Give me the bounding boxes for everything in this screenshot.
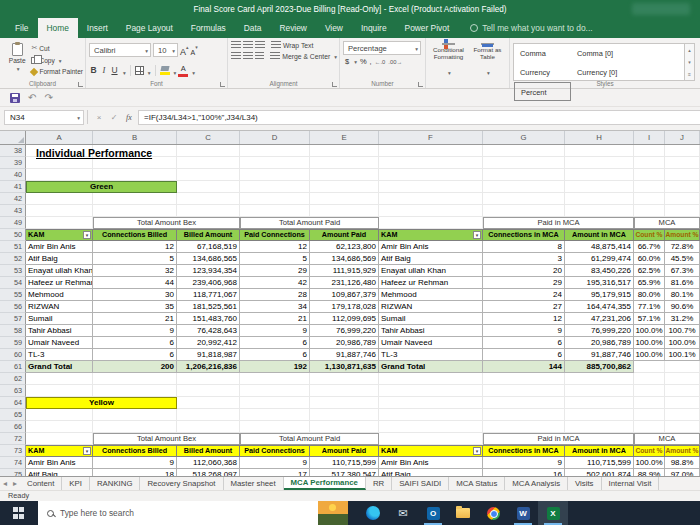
weather-widget[interactable] [318,501,348,525]
borders-button[interactable] [135,66,144,75]
cell-I65[interactable] [634,409,665,421]
column-header-D[interactable]: D [240,131,310,144]
cell-A50[interactable]: KAM [26,229,93,241]
cell-I41[interactable] [634,181,665,193]
cell-C54[interactable]: 239,406,968 [177,277,240,289]
cell-B66[interactable] [93,421,177,433]
cell-G72[interactable]: Paid in MCA [483,433,634,445]
cell-D66[interactable] [240,421,310,433]
cell-C64[interactable] [177,397,240,409]
cell-I59[interactable]: 100.0% [634,337,665,349]
cell-G53[interactable]: 20 [483,265,565,277]
sheet-tab-mca-analysis[interactable]: MCA Analysis [505,477,568,490]
cell-B62[interactable] [93,373,177,385]
cell-G58[interactable]: 9 [483,325,565,337]
cell-J64[interactable] [665,397,700,409]
cell-D43[interactable] [240,205,310,217]
cell-J53[interactable]: 67.3% [665,265,700,277]
cell-D39[interactable] [240,157,310,169]
cell-I60[interactable]: 100.0% [634,349,665,361]
align-center-icon[interactable] [243,52,253,60]
cell-C43[interactable] [177,205,240,217]
cell-I62[interactable] [634,373,665,385]
cell-F64[interactable] [379,397,483,409]
cell-E53[interactable]: 111,915,929 [310,265,379,277]
row-header-63[interactable]: 63 [0,385,26,397]
decrease-decimal-button[interactable]: .00→ [388,59,402,65]
align-right-icon[interactable] [255,52,265,60]
cell-D73[interactable]: Paid Connections [240,445,310,457]
cell-J75[interactable]: 97.0% [665,469,700,476]
cell-C74[interactable]: 112,060,368 [177,457,240,469]
cell-A64[interactable]: Yellow [26,397,177,409]
bold-button[interactable]: B [89,65,98,75]
cell-B73[interactable]: Connections Billed [93,445,177,457]
sheet-tab-mca-status[interactable]: MCA Status [449,477,505,490]
cell-E66[interactable] [310,421,379,433]
alignment-dialog-launcher-icon[interactable] [332,82,337,87]
cell-I42[interactable] [634,193,665,205]
cell-A55[interactable]: Mehmood [26,289,93,301]
filter-dropdown-icon[interactable] [473,447,481,455]
cell-C59[interactable]: 20,992,412 [177,337,240,349]
sheet-nav-right-icon[interactable]: ▸ [10,477,20,490]
row-header-74[interactable]: 74 [0,457,26,469]
ribbon-tab-power-pivot[interactable]: Power Pivot [396,18,459,38]
cell-B52[interactable]: 5 [93,253,177,265]
tell-me-box[interactable]: Tell me what you want to do... [470,18,592,38]
cell-D57[interactable]: 21 [240,313,310,325]
cell-C41[interactable] [177,181,240,193]
cell-E73[interactable]: Amount Paid [310,445,379,457]
cell-E61[interactable]: 1,130,871,635 [310,361,379,373]
cell-A52[interactable]: Atif Baig [26,253,93,265]
cell-E65[interactable] [310,409,379,421]
cell-C58[interactable]: 76,428,643 [177,325,240,337]
cell-A43[interactable] [26,205,93,217]
cell-G66[interactable] [483,421,565,433]
cell-I49[interactable]: MCA [634,217,700,229]
cell-H50[interactable]: Amount in MCA [565,229,634,241]
column-header-I[interactable]: I [634,131,665,144]
cell-F39[interactable] [379,157,483,169]
word-icon[interactable]: W [508,501,538,525]
italic-button[interactable]: I [100,65,108,75]
cell-H57[interactable]: 47,231,206 [565,313,634,325]
cell-B43[interactable] [93,205,177,217]
filter-dropdown-icon[interactable] [83,447,91,455]
insert-function-button[interactable]: fx [123,113,135,122]
sheet-tab-kpi[interactable]: KPI [62,477,90,490]
cell-H55[interactable]: 95,179,915 [565,289,634,301]
merge-center-button[interactable]: Merge & Center [270,52,337,60]
cell-H62[interactable] [565,373,634,385]
row-header-55[interactable]: 55 [0,289,26,301]
cell-A53[interactable]: Enayat ullah Khan [26,265,93,277]
format-as-table-button[interactable]: Format as Table [468,41,507,77]
cell-F63[interactable] [379,385,483,397]
column-header-F[interactable]: F [379,131,483,144]
cell-A42[interactable] [26,193,93,205]
cell-G39[interactable] [483,157,565,169]
cell-D50[interactable]: Paid Connections [240,229,310,241]
cell-D64[interactable] [240,397,310,409]
cell-C51[interactable]: 67,168,519 [177,241,240,253]
cell-I57[interactable]: 57.1% [634,313,665,325]
cell-J50[interactable]: Amount % [665,229,700,241]
grow-font-button[interactable] [180,41,189,59]
cell-A40[interactable] [26,169,93,181]
cell-J56[interactable]: 90.6% [665,301,700,313]
cell-E54[interactable]: 231,126,480 [310,277,379,289]
copy-button[interactable]: Copy [31,55,83,66]
cell-B58[interactable]: 9 [93,325,177,337]
row-header-38[interactable]: 38 [0,145,26,157]
cell-D38[interactable] [240,145,310,157]
start-button[interactable] [0,501,38,525]
cell-H51[interactable]: 48,875,414 [565,241,634,253]
cell-A74[interactable]: Amir Bin Anis [26,457,93,469]
row-header-59[interactable]: 59 [0,337,26,349]
font-color-button[interactable] [178,64,188,77]
row-header-50[interactable]: 50 [0,229,26,241]
cell-A65[interactable] [26,409,93,421]
cell-A75[interactable]: Atif Baig [26,469,93,476]
cell-F50[interactable]: KAM [379,229,483,241]
cell-C57[interactable]: 151,483,760 [177,313,240,325]
